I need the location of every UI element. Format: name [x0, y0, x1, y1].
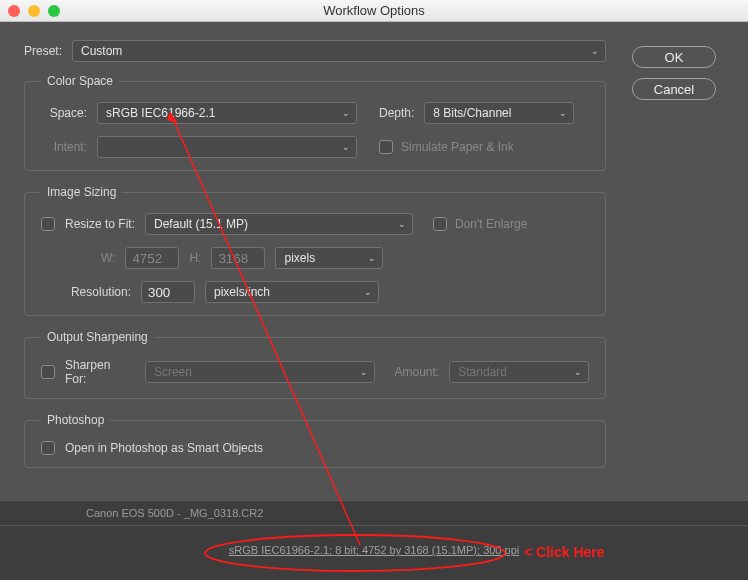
chevron-down-icon: ⌄	[360, 367, 368, 377]
simulate-label: Simulate Paper & Ink	[401, 140, 514, 154]
resolution-label: Resolution:	[41, 285, 131, 299]
preset-label: Preset:	[24, 44, 62, 58]
height-input	[211, 247, 265, 269]
sharpen-group: Output Sharpening Sharpen For: Screen ⌄ …	[24, 330, 606, 399]
resolution-units-value: pixels/inch	[214, 285, 270, 299]
minimize-icon[interactable]	[28, 5, 40, 17]
resolution-units-select[interactable]: pixels/inch ⌄	[205, 281, 379, 303]
chevron-down-icon: ⌄	[574, 367, 582, 377]
wh-units-select[interactable]: pixels ⌄	[275, 247, 383, 269]
preset-value: Custom	[81, 44, 122, 58]
camera-info: Canon EOS 500D - _MG_0318.CR2	[0, 501, 748, 525]
space-select[interactable]: sRGB IEC61966-2.1 ⌄	[97, 102, 357, 124]
wh-units-value: pixels	[284, 251, 315, 265]
cancel-button[interactable]: Cancel	[632, 78, 716, 100]
chevron-down-icon: ⌄	[398, 219, 406, 229]
amount-label: Amount:	[395, 365, 440, 379]
traffic-lights	[8, 5, 60, 17]
workflow-status-link[interactable]: sRGB IEC61966-2.1; 8 bit; 4752 by 3168 (…	[229, 544, 519, 557]
chevron-down-icon: ⌄	[342, 142, 350, 152]
window-title: Workflow Options	[0, 3, 748, 18]
dont-enlarge-checkbox	[433, 217, 447, 231]
preset-select[interactable]: Custom ⌄	[72, 40, 606, 62]
sharpen-legend: Output Sharpening	[41, 330, 154, 344]
intent-label: Intent:	[41, 140, 87, 154]
footer: Canon EOS 500D - _MG_0318.CR2 sRGB IEC61…	[0, 500, 748, 580]
sharpen-select: Screen ⌄	[145, 361, 375, 383]
space-label: Space:	[41, 106, 87, 120]
width-input	[125, 247, 179, 269]
smart-objects-label: Open in Photoshop as Smart Objects	[65, 441, 263, 455]
dont-enlarge-label: Don't Enlarge	[455, 217, 527, 231]
intent-select: ⌄	[97, 136, 357, 158]
zoom-icon[interactable]	[48, 5, 60, 17]
space-value: sRGB IEC61966-2.1	[106, 106, 215, 120]
ok-button[interactable]: OK	[632, 46, 716, 68]
chevron-down-icon: ⌄	[364, 287, 372, 297]
depth-label: Depth:	[379, 106, 414, 120]
resize-checkbox[interactable]	[41, 217, 55, 231]
photoshop-group: Photoshop Open in Photoshop as Smart Obj…	[24, 413, 606, 468]
amount-value: Standard	[458, 365, 507, 379]
sizing-legend: Image Sizing	[41, 185, 122, 199]
amount-select: Standard ⌄	[449, 361, 589, 383]
sizing-group: Image Sizing Resize to Fit: Default (15.…	[24, 185, 606, 316]
sharpen-label: Sharpen For:	[65, 358, 135, 386]
sharpen-checkbox[interactable]	[41, 365, 55, 379]
annotation-text: < Click Here	[524, 544, 605, 560]
photoshop-legend: Photoshop	[41, 413, 110, 427]
w-label: W:	[101, 251, 115, 265]
chevron-down-icon: ⌄	[591, 46, 599, 56]
resize-label: Resize to Fit:	[65, 217, 135, 231]
depth-value: 8 Bits/Channel	[433, 106, 511, 120]
smart-objects-checkbox[interactable]	[41, 441, 55, 455]
chevron-down-icon: ⌄	[559, 108, 567, 118]
simulate-checkbox	[379, 140, 393, 154]
resolution-input[interactable]	[141, 281, 195, 303]
title-bar: Workflow Options	[0, 0, 748, 22]
close-icon[interactable]	[8, 5, 20, 17]
colorspace-group: Color Space Space: sRGB IEC61966-2.1 ⌄ D…	[24, 74, 606, 171]
chevron-down-icon: ⌄	[342, 108, 350, 118]
depth-select[interactable]: 8 Bits/Channel ⌄	[424, 102, 574, 124]
chevron-down-icon: ⌄	[368, 253, 376, 263]
h-label: H:	[189, 251, 201, 265]
sharpen-value: Screen	[154, 365, 192, 379]
dialog-body: Preset: Custom ⌄ Color Space Space: sRGB…	[0, 22, 748, 500]
resize-select[interactable]: Default (15.1 MP) ⌄	[145, 213, 413, 235]
colorspace-legend: Color Space	[41, 74, 119, 88]
resize-value: Default (15.1 MP)	[154, 217, 248, 231]
